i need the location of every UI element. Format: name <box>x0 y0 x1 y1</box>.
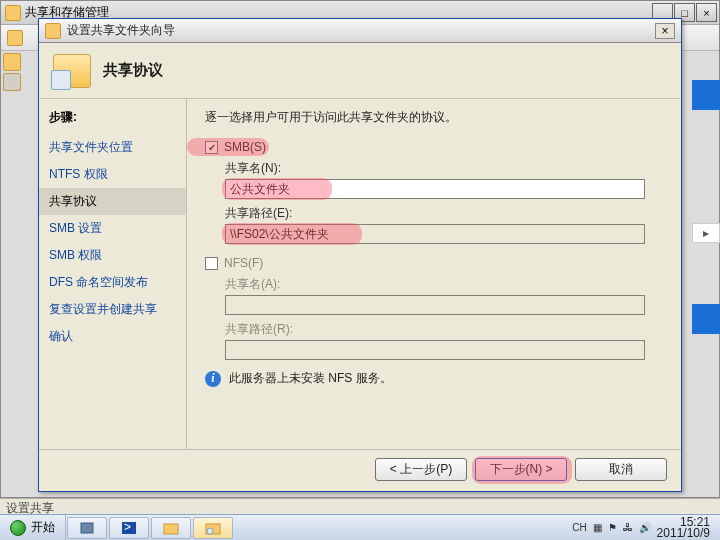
intro-text: 逐一选择用户可用于访问此共享文件夹的协议。 <box>205 109 663 126</box>
system-tray: CH ▦ ⚑ 🖧 🔊 15:21 2011/10/9 <box>566 515 720 540</box>
taskbar-server-manager[interactable] <box>67 517 107 539</box>
taskbar-explorer[interactable] <box>151 517 191 539</box>
status-text: 设置共享 <box>6 501 54 515</box>
svg-point-5 <box>207 528 213 534</box>
svg-rect-3 <box>164 524 178 534</box>
step-smb-perm[interactable]: SMB 权限 <box>39 242 186 269</box>
back-button[interactable]: < 上一步(P) <box>375 458 467 481</box>
share-folder-icon <box>53 54 91 88</box>
wizard-header: 共享协议 <box>39 43 681 99</box>
wizard-titlebar: 设置共享文件夹向导 × <box>39 19 681 43</box>
nfs-name-input <box>225 295 645 315</box>
start-button[interactable]: 开始 <box>0 515 66 540</box>
nfs-name-label: 共享名(A): <box>225 276 663 293</box>
disk-icon[interactable] <box>3 73 21 91</box>
smb-name-input[interactable]: 公共文件夹 <box>225 179 645 199</box>
tray-icon[interactable]: ▦ <box>593 522 602 533</box>
svg-rect-0 <box>81 523 93 533</box>
close-button[interactable]: × <box>696 3 717 22</box>
chevron-right-icon: ▸ <box>692 223 720 243</box>
nfs-label: NFS(F) <box>224 256 263 270</box>
windows-orb-icon <box>10 520 26 536</box>
folder-icon <box>45 23 61 39</box>
right-pane-peek: ▸ <box>692 80 720 380</box>
sidebar-icons <box>3 53 21 91</box>
step-protocol[interactable]: 共享协议 <box>39 188 186 215</box>
step-ntfs[interactable]: NTFS 权限 <box>39 161 186 188</box>
step-location[interactable]: 共享文件夹位置 <box>39 134 186 161</box>
volume-icon[interactable]: 🔊 <box>639 522 651 533</box>
folder-icon[interactable] <box>3 53 21 71</box>
action-center-icon[interactable]: ⚑ <box>608 522 617 533</box>
next-button[interactable]: 下一步(N) > <box>475 458 567 481</box>
ime-indicator[interactable]: CH <box>572 522 586 533</box>
smb-name-label: 共享名(N): <box>225 160 663 177</box>
wizard-content: 逐一选择用户可用于访问此共享文件夹的协议。 ✔ SMB(S) 共享名(N): 公… <box>187 99 681 449</box>
network-icon[interactable]: 🖧 <box>623 522 633 533</box>
steps-header: 步骤: <box>39 105 186 134</box>
info-icon: i <box>205 371 221 387</box>
info-text: 此服务器上未安装 NFS 服务。 <box>229 370 392 387</box>
smb-path-display: \\FS02\公共文件夹 <box>225 224 645 244</box>
wizard-title: 设置共享文件夹向导 <box>67 22 649 39</box>
taskbar-wizard-window[interactable] <box>193 517 233 539</box>
svg-text:>: > <box>124 520 131 534</box>
step-confirm[interactable]: 确认 <box>39 323 186 350</box>
clock[interactable]: 15:21 2011/10/9 <box>657 517 714 539</box>
step-review[interactable]: 复查设置并创建共享 <box>39 296 186 323</box>
cancel-button[interactable]: 取消 <box>575 458 667 481</box>
smb-checkbox[interactable]: ✔ <box>205 141 218 154</box>
close-button[interactable]: × <box>655 23 675 39</box>
taskbar-powershell[interactable]: > <box>109 517 149 539</box>
folder-icon <box>7 30 23 46</box>
folder-icon <box>5 5 21 21</box>
nfs-path-display <box>225 340 645 360</box>
wizard-dialog: 设置共享文件夹向导 × 共享协议 步骤: 共享文件夹位置 NTFS 权限 共享协… <box>38 18 682 492</box>
smb-path-label: 共享路径(E): <box>225 205 663 222</box>
nfs-checkbox[interactable]: ✔ <box>205 257 218 270</box>
wizard-heading: 共享协议 <box>103 61 163 80</box>
steps-pane: 步骤: 共享文件夹位置 NTFS 权限 共享协议 SMB 设置 SMB 权限 D… <box>39 99 187 449</box>
step-dfs[interactable]: DFS 命名空间发布 <box>39 269 186 296</box>
nfs-path-label: 共享路径(R): <box>225 321 663 338</box>
taskbar: 开始 > CH ▦ ⚑ 🖧 🔊 15:21 2011/10/9 <box>0 514 720 540</box>
button-bar: < 上一步(P) 下一步(N) > 取消 <box>39 449 681 489</box>
step-smb-settings[interactable]: SMB 设置 <box>39 215 186 242</box>
smb-label: SMB(S) <box>224 140 266 154</box>
